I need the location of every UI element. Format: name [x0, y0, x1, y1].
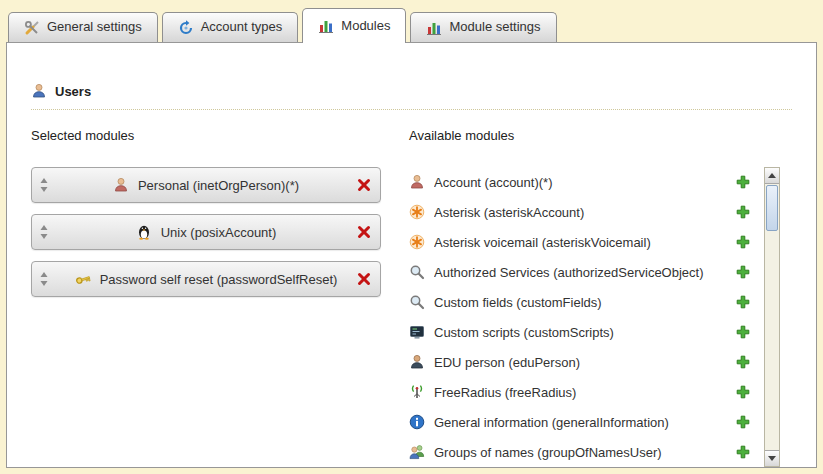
sync-icon: [178, 20, 194, 36]
add-icon[interactable]: [736, 295, 750, 309]
available-module-label: General information (generalInformation): [434, 415, 727, 430]
available-module-row: Account (account)(*): [409, 167, 754, 197]
available-module-label: Groups of names (groupOfNamesUser): [434, 445, 727, 460]
available-modules-viewport: Account (account)(*) Asterisk (asteriskA…: [409, 167, 780, 467]
tab-account-types[interactable]: Account types: [162, 12, 299, 42]
available-module-label: Account (account)(*): [434, 175, 727, 190]
chart-icon: [426, 20, 442, 36]
selected-module-row: Personal (inetOrgPerson)(*): [31, 167, 381, 203]
delete-icon[interactable]: [357, 178, 371, 192]
edu-person-icon: [409, 354, 425, 370]
asterisk-icon: [409, 204, 425, 220]
drag-handle-icon[interactable]: [40, 272, 48, 286]
add-icon[interactable]: [736, 175, 750, 189]
selected-module-label: Password self reset (passwordSelfReset): [100, 272, 338, 287]
available-modules-heading: Available modules: [409, 128, 780, 143]
add-icon[interactable]: [736, 205, 750, 219]
add-icon[interactable]: [736, 325, 750, 339]
available-module-label: Asterisk voicemail (asteriskVoicemail): [434, 235, 727, 250]
drag-handle-icon[interactable]: [40, 178, 48, 192]
available-modules-list: Account (account)(*) Asterisk (asteriskA…: [409, 167, 754, 467]
scroll-down-button[interactable]: [765, 450, 779, 466]
tab-module-settings[interactable]: Module settings: [410, 12, 556, 42]
magnifier-icon: [409, 294, 425, 310]
available-module-row: Asterisk (asteriskAccount): [409, 197, 754, 227]
available-module-label: EDU person (eduPerson): [434, 355, 727, 370]
delete-icon[interactable]: [357, 225, 371, 239]
scroll-up-icon: [768, 173, 776, 178]
add-icon[interactable]: [736, 445, 750, 459]
available-module-row: Asterisk voicemail (asteriskVoicemail): [409, 227, 754, 257]
user-icon: [31, 83, 47, 99]
asterisk-icon: [409, 234, 425, 250]
add-icon[interactable]: [736, 415, 750, 429]
add-icon[interactable]: [736, 235, 750, 249]
available-module-row: Custom scripts (customScripts): [409, 317, 754, 347]
info-icon: [409, 414, 425, 430]
selected-module-label: Personal (inetOrgPerson)(*): [138, 178, 299, 193]
content-panel: Users Selected modules Personal (inetOrg…: [6, 42, 817, 468]
selected-modules-column: Selected modules Personal (inetOrgPerson…: [31, 124, 381, 467]
selected-module-row: Unix (posixAccount): [31, 214, 381, 250]
available-module-label: Authorized Services (authorizedServiceOb…: [434, 265, 727, 280]
module-columns: Selected modules Personal (inetOrgPerson…: [31, 124, 780, 467]
magnifier-icon: [409, 264, 425, 280]
tab-bar: General settings Account types Modules M…: [0, 0, 823, 42]
selected-module-label: Unix (posixAccount): [161, 225, 277, 240]
selected-modules-list: Personal (inetOrgPerson)(*) Unix (posixA…: [31, 167, 381, 297]
group-icon: [409, 444, 425, 460]
scrollbar-thumb[interactable]: [766, 185, 778, 231]
add-icon[interactable]: [736, 355, 750, 369]
available-module-row: Custom fields (customFields): [409, 287, 754, 317]
section-header: Users: [31, 43, 792, 110]
available-module-row: FreeRadius (freeRadius): [409, 377, 754, 407]
penguin-icon: [136, 224, 152, 240]
available-module-label: Asterisk (asteriskAccount): [434, 205, 727, 220]
selected-modules-heading: Selected modules: [31, 128, 381, 143]
lam-configuration-page: General settings Account types Modules M…: [0, 0, 823, 474]
delete-icon[interactable]: [357, 272, 371, 286]
scroll-up-button[interactable]: [765, 168, 779, 184]
chart-icon: [318, 18, 334, 34]
available-module-row: Groups of names (groupOfNamesUser): [409, 437, 754, 467]
script-icon: [409, 324, 425, 340]
available-module-row: General information (generalInformation): [409, 407, 754, 437]
available-module-row: EDU person (eduPerson): [409, 347, 754, 377]
available-modules-scrollbar[interactable]: [764, 167, 780, 467]
available-modules-column: Available modules Account (account)(*) A…: [409, 124, 780, 467]
scroll-down-icon: [768, 456, 776, 461]
person-icon: [113, 177, 129, 193]
add-icon[interactable]: [736, 385, 750, 399]
available-module-row: Authorized Services (authorizedServiceOb…: [409, 257, 754, 287]
tab-general-settings[interactable]: General settings: [8, 12, 158, 42]
available-module-label: FreeRadius (freeRadius): [434, 385, 727, 400]
tools-icon: [24, 20, 40, 36]
add-icon[interactable]: [736, 265, 750, 279]
drag-handle-icon[interactable]: [40, 225, 48, 239]
tab-modules[interactable]: Modules: [302, 8, 406, 43]
available-module-label: Custom fields (customFields): [434, 295, 727, 310]
available-module-label: Custom scripts (customScripts): [434, 325, 727, 340]
person-icon: [409, 174, 425, 190]
radius-icon: [409, 384, 425, 400]
key-icon: [75, 271, 91, 287]
selected-module-row: Password self reset (passwordSelfReset): [31, 261, 381, 297]
section-title: Users: [55, 84, 91, 99]
